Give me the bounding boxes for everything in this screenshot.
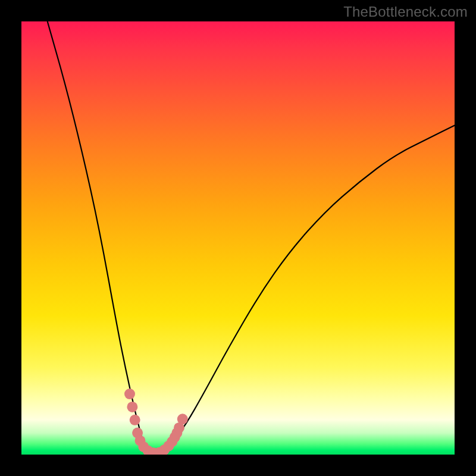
curve-marker [130,415,140,425]
marker-group [124,389,188,455]
curve-layer [21,21,455,455]
bottleneck-curve [48,21,455,455]
curve-marker [124,389,135,399]
curve-marker [127,402,137,412]
watermark-text: TheBottleneck.com [343,4,468,20]
chart-frame: TheBottleneck.com [0,0,476,476]
plot-area [21,21,455,455]
curve-marker [177,414,188,424]
